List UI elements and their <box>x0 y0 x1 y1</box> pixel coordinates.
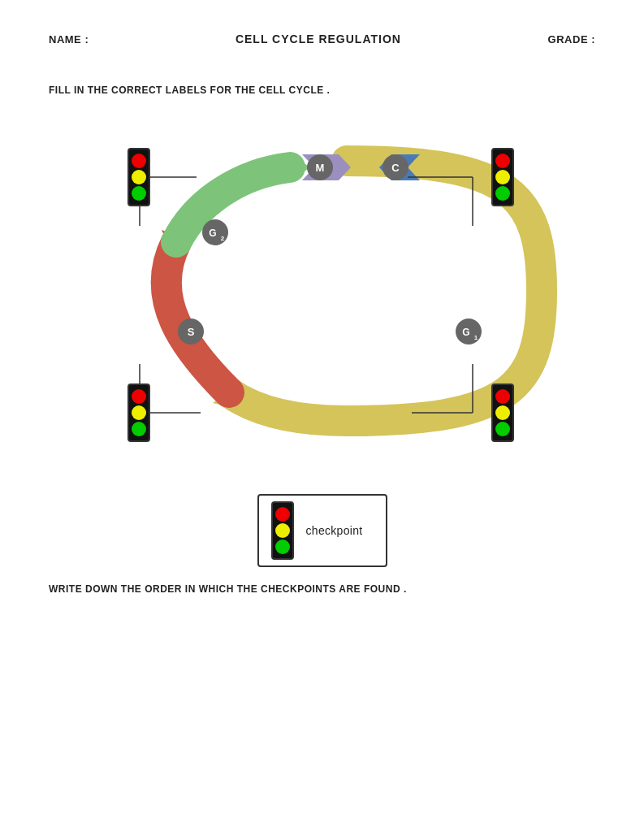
svg-text:G: G <box>462 327 469 338</box>
traffic-light-bottom-left <box>128 384 150 442</box>
light-yellow-bl <box>132 405 146 420</box>
traffic-light-top-right <box>491 148 514 206</box>
name-label: NAME : <box>49 33 89 46</box>
light-red-br <box>495 389 510 404</box>
light-yellow-tr <box>495 170 510 184</box>
page-header: NAME : CELL CYCLE REGULATION GRADE : <box>49 32 595 46</box>
svg-text:2: 2 <box>220 235 224 242</box>
light-green-br <box>495 422 510 436</box>
svg-text:G: G <box>209 228 216 239</box>
light-red-bl <box>132 389 146 404</box>
svg-text:S: S <box>187 326 194 338</box>
cell-cycle-diagram: M C G 2 S G 1 <box>71 112 574 470</box>
legend-traffic-light <box>271 501 294 560</box>
legend-light-red <box>275 507 290 522</box>
legend-label: checkpoint <box>306 524 363 537</box>
light-red-tl <box>132 154 146 168</box>
light-red-tr <box>495 154 510 168</box>
legend-light-green <box>275 540 290 554</box>
grade-label: GRADE : <box>548 33 595 46</box>
light-green-tr <box>495 186 510 201</box>
legend-box: checkpoint <box>257 494 387 567</box>
instruction-fill-in: FILL IN THE CORRECT LABELS FOR THE CELL … <box>49 84 595 96</box>
light-green-tl <box>132 186 146 201</box>
light-yellow-br <box>495 405 510 420</box>
light-yellow-tl <box>132 170 146 184</box>
traffic-light-bottom-right <box>491 384 514 442</box>
svg-text:1: 1 <box>473 334 478 341</box>
svg-text:C: C <box>391 162 400 174</box>
page-title: CELL CYCLE REGULATION <box>236 32 401 46</box>
legend-light-yellow <box>275 523 290 538</box>
traffic-light-top-left <box>128 148 150 206</box>
light-green-bl <box>132 422 146 436</box>
svg-text:M: M <box>315 162 324 174</box>
instruction-write-down: WRITE DOWN THE ORDER IN WHICH THE CHECKP… <box>49 583 595 595</box>
